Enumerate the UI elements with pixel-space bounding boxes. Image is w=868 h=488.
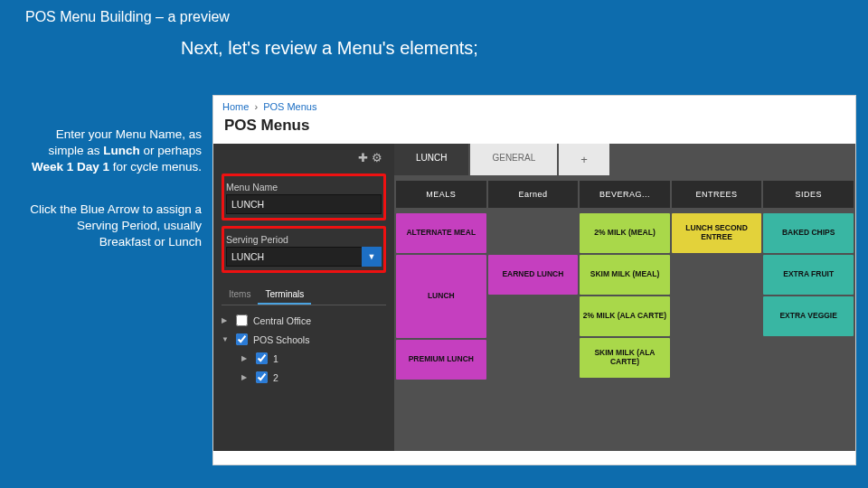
highlight-serving-period: Serving Period ▼ — [222, 226, 386, 273]
cat-sides[interactable]: SIDES — [763, 181, 854, 208]
tile-col-meals: ALTERNATE MEAL LUNCH PREMIUM LUNCH — [396, 213, 486, 380]
tab-add[interactable]: + — [559, 144, 609, 175]
tile-2milk-ala[interactable]: 2% MILK (ALA CARTE) — [580, 296, 670, 336]
breadcrumb-home[interactable]: Home — [222, 101, 249, 112]
headline: Next, let's review a Menu's elements; — [181, 38, 868, 59]
location-label: 2 — [273, 372, 278, 383]
checkbox-1[interactable] — [256, 352, 268, 364]
tile-empty — [488, 213, 579, 253]
note-serving-period: Click the Blue Arrow to assign a Serving… — [25, 202, 202, 251]
tab-general[interactable]: GENERAL — [470, 144, 557, 175]
checkbox-central[interactable] — [236, 314, 248, 326]
tile-2milk-meal[interactable]: 2% MILK (MEAL) — [580, 213, 670, 253]
location-row-2[interactable]: ▶ 2 — [222, 368, 386, 387]
workspace: ✚⚙ Menu Name Serving Period ▼ Items Term… — [213, 144, 855, 451]
location-label: POS Schools — [253, 334, 309, 345]
chevron-right-icon[interactable]: ▶ — [222, 316, 231, 324]
panel-toolbar: ✚⚙ — [222, 151, 386, 164]
tab-items[interactable]: Items — [222, 286, 258, 305]
chevron-right-icon[interactable]: ▶ — [241, 373, 250, 381]
panel-tabs: Items Terminals — [222, 286, 386, 305]
tile-lunch-second[interactable]: LUNCH SECOND ENTREE — [672, 213, 762, 253]
presenter-notes: Enter your Menu Name, as simple as Lunch… — [25, 127, 202, 276]
tile-skim-ala[interactable]: SKIM MILK (ALA CARTE) — [580, 338, 670, 378]
tile-baked-chips[interactable]: BAKED CHIPS — [763, 213, 854, 253]
location-row-central[interactable]: ▶ Central Office — [222, 311, 386, 330]
cat-beverages[interactable]: BEVERAG... — [580, 181, 670, 208]
note-menu-name: Enter your Menu Name, as simple as Lunch… — [25, 127, 202, 176]
settings-panel: ✚⚙ Menu Name Serving Period ▼ Items Term… — [213, 144, 394, 451]
add-panel-icon[interactable]: ✚ — [358, 151, 372, 164]
tile-earned-lunch[interactable]: EARNED LUNCH — [488, 255, 579, 295]
location-row-1[interactable]: ▶ 1 — [222, 349, 386, 368]
tile-premium[interactable]: PREMIUM LUNCH — [396, 340, 486, 380]
tab-lunch[interactable]: LUNCH — [394, 144, 468, 175]
cat-entrees[interactable]: ENTREES — [672, 181, 762, 208]
tile-col-entrees: LUNCH SECOND ENTREE — [672, 213, 762, 380]
serving-period-value[interactable] — [226, 247, 382, 267]
tile-col-beverages: 2% MILK (MEAL) SKIM MILK (MEAL) 2% MILK … — [580, 213, 670, 380]
tile-skim-meal[interactable]: SKIM MILK (MEAL) — [580, 255, 670, 295]
tile-extra-veggie[interactable]: EXTRA VEGGIE — [763, 296, 854, 336]
tile-grid: ALTERNATE MEAL LUNCH PREMIUM LUNCH EARNE… — [394, 213, 855, 380]
breadcrumb-current: POS Menus — [263, 101, 316, 112]
breadcrumb-separator: › — [254, 101, 258, 112]
tab-terminals[interactable]: Terminals — [258, 286, 311, 305]
menu-grid: LUNCH GENERAL + MEALS Earned BEVERAG... … — [394, 144, 855, 451]
tile-col-sides: BAKED CHIPS EXTRA FRUIT EXTRA VEGGIE — [763, 213, 854, 380]
checkbox-schools[interactable] — [236, 333, 248, 345]
serving-period-label: Serving Period — [226, 234, 382, 245]
highlight-menu-name: Menu Name — [222, 174, 386, 221]
category-row: MEALS Earned BEVERAG... ENTREES SIDES — [394, 175, 855, 213]
location-label: Central Office — [253, 315, 311, 326]
cat-earned[interactable]: Earned — [488, 181, 579, 208]
chevron-down-icon[interactable]: ▼ — [222, 335, 231, 343]
menu-tabs: LUNCH GENERAL + — [394, 144, 855, 175]
location-row-schools[interactable]: ▼ POS Schools — [222, 330, 386, 349]
tile-col-earned: EARNED LUNCH — [488, 213, 579, 380]
tile-extra-fruit[interactable]: EXTRA FRUIT — [763, 255, 854, 295]
chevron-right-icon[interactable]: ▶ — [241, 354, 250, 362]
settings-icon[interactable]: ⚙ — [372, 151, 386, 164]
page-title: POS Menus — [213, 114, 855, 144]
checkbox-2[interactable] — [256, 371, 268, 383]
pos-app-window: Home › POS Menus POS Menus ✚⚙ Menu Name … — [212, 95, 856, 465]
location-label: 1 — [273, 353, 278, 364]
tile-lunch[interactable]: LUNCH — [396, 255, 486, 338]
tile-alt-meal[interactable]: ALTERNATE MEAL — [396, 213, 486, 253]
slide-title: POS Menu Building – a preview — [0, 0, 868, 25]
menu-name-label: Menu Name — [226, 182, 382, 192]
serving-period-select[interactable]: ▼ — [226, 247, 382, 267]
cat-meals[interactable]: MEALS — [396, 181, 486, 208]
dropdown-arrow-icon[interactable]: ▼ — [362, 247, 382, 267]
menu-name-input[interactable] — [226, 194, 382, 214]
breadcrumb: Home › POS Menus — [213, 96, 855, 114]
